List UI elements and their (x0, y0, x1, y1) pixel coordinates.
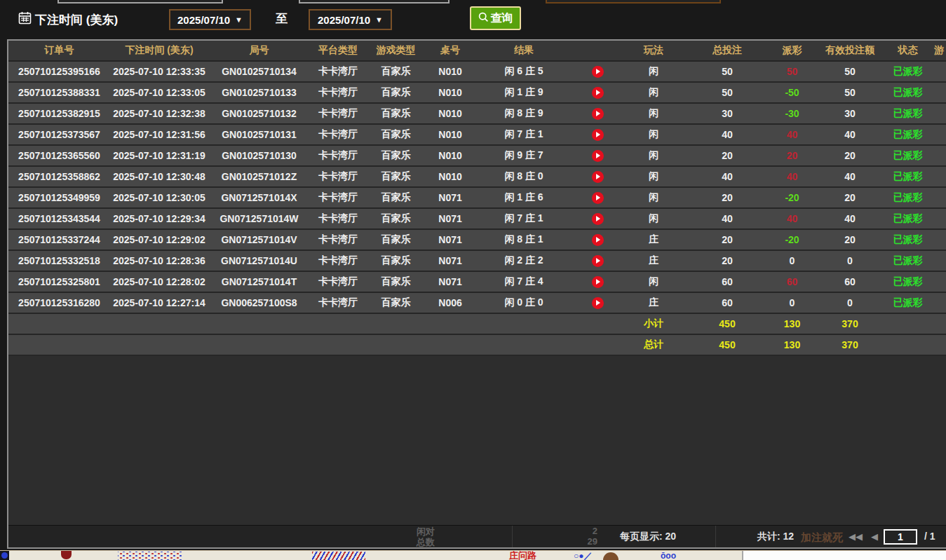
grandtotal-row: 总计450130370 (8, 335, 946, 356)
cell-table_no: N071 (426, 209, 475, 228)
cell-table_no: N071 (426, 251, 475, 271)
cell-payout: -20 (769, 230, 815, 250)
cell-table_no: N010 (426, 83, 475, 102)
cell-round: GN01025710132 (208, 104, 310, 123)
cell-payout: 60 (769, 272, 815, 292)
roadmap-hatch (312, 552, 365, 560)
previous-page-icon[interactable]: ◀ (871, 531, 878, 542)
play-triangle (596, 153, 600, 158)
cell-play: 庄 (622, 293, 685, 313)
date-to-select[interactable]: 2025/07/10 ▼ (309, 9, 392, 30)
video-play-icon[interactable] (592, 87, 604, 99)
search-button[interactable]: 查询 (470, 6, 521, 30)
cell-round (208, 314, 310, 334)
cell-result: 闲 1 庄 6 (475, 188, 573, 207)
cell-payout: -30 (769, 104, 815, 123)
video-play-icon[interactable] (592, 234, 604, 246)
cell-play: 闲 (622, 104, 685, 123)
cell-video (573, 125, 622, 144)
cell-game: 百家乐 (366, 209, 426, 228)
video-play-icon[interactable] (592, 171, 604, 183)
cell-valid: 370 (815, 335, 885, 355)
cell-time: 2025-07-10 12:32:38 (110, 104, 208, 123)
cell-total: 40 (685, 209, 769, 228)
cell-valid: 50 (815, 62, 885, 81)
cutoff-field-2 (299, 0, 450, 4)
cell-play: 闲 (622, 209, 685, 228)
bet-time-filter-label: 下注时间 (美东) (18, 11, 118, 28)
play-triangle (596, 216, 600, 221)
cell-extra (931, 272, 946, 292)
video-play-icon[interactable] (592, 213, 604, 225)
cell-valid: 370 (815, 314, 885, 334)
cell-game: 百家乐 (366, 83, 426, 102)
cell-platform: 卡卡湾厅 (310, 293, 366, 313)
cell-time: 2025-07-10 12:33:05 (110, 83, 208, 102)
cell-valid: 40 (815, 167, 885, 186)
cell-game: 百家乐 (366, 272, 426, 292)
cell-valid: 40 (815, 125, 885, 144)
date-from-select[interactable]: 2025/07/10 ▼ (169, 9, 251, 30)
cell-total: 60 (685, 293, 769, 313)
cell-table_no: N010 (426, 146, 475, 165)
video-play-icon[interactable] (592, 150, 604, 162)
play-triangle (596, 174, 600, 179)
cell-status: 已派彩 (885, 188, 931, 207)
cell-platform: 卡卡湾厅 (310, 167, 366, 186)
cell-total: 20 (685, 251, 769, 271)
page-number-input[interactable] (884, 529, 917, 545)
cell-valid: 0 (815, 251, 885, 271)
video-play-icon[interactable] (592, 255, 604, 267)
play-triangle (596, 132, 600, 137)
cell-platform: 卡卡湾厅 (310, 188, 366, 207)
video-play-icon[interactable] (592, 66, 604, 78)
first-page-icon[interactable]: ◀◀ (849, 531, 863, 542)
cell-status: 已派彩 (885, 230, 931, 250)
cell-order: 250710125388331 (8, 83, 110, 102)
background-ghost-text: 加注就死 (801, 531, 843, 545)
to-label: 至 (276, 11, 288, 27)
cell-payout: 20 (769, 146, 815, 165)
cell-order: 250710125395166 (8, 62, 110, 81)
cell-order: 250710125365560 (8, 146, 110, 165)
total-pages-label: / 1 (924, 531, 935, 542)
cell-payout: 0 (769, 251, 815, 271)
cell-time: 2025-07-10 12:28:02 (110, 272, 208, 292)
cell-game: 百家乐 (366, 62, 426, 81)
cell-order: 250710125332518 (8, 251, 110, 271)
date-from-value: 2025/07/10 (177, 14, 230, 26)
video-play-icon[interactable] (592, 129, 604, 141)
video-play-icon[interactable] (592, 276, 604, 288)
cell-play: 闲 (622, 146, 685, 165)
cell-result: 闲 8 庄 9 (475, 104, 573, 123)
cell-payout: 130 (769, 314, 815, 334)
cell-valid: 60 (815, 272, 885, 292)
cell-status: 已派彩 (885, 251, 931, 271)
video-play-icon[interactable] (592, 108, 604, 120)
cell-round (208, 335, 310, 355)
page-size-label: 每页显示: 20 (620, 531, 676, 543)
table-row: 2507101253655602025-07-10 12:31:19GN0102… (8, 146, 946, 167)
header-time: 下注时间 (美东) (110, 41, 208, 60)
cell-game: 百家乐 (366, 146, 426, 165)
cell-round: GN01025710131 (208, 125, 310, 144)
cell-play: 庄 (622, 251, 685, 271)
cell-status: 已派彩 (885, 104, 931, 123)
cell-table_no (426, 335, 475, 355)
betting-records-screen: 下注时间 (美东) 2025/07/10 ▼ 至 2025/07/10 ▼ 查询… (0, 0, 946, 560)
cell-game: 百家乐 (366, 251, 426, 271)
header-valid: 有效投注额 (815, 41, 885, 60)
cell-status: 已派彩 (885, 146, 931, 165)
cell-play: 闲 (622, 83, 685, 102)
video-play-icon[interactable] (592, 297, 604, 309)
cell-payout: 50 (769, 62, 815, 81)
cell-time: 2025-07-10 12:29:02 (110, 230, 208, 250)
cell-status: 已派彩 (885, 125, 931, 144)
cell-status: 已派彩 (885, 167, 931, 186)
cell-platform: 卡卡湾厅 (310, 62, 366, 81)
cell-order: 250710125349959 (8, 188, 110, 207)
cell-platform: 卡卡湾厅 (310, 104, 366, 123)
video-play-icon[interactable] (592, 192, 604, 204)
header-table_no: 桌号 (426, 41, 475, 60)
cell-table_no: N010 (426, 62, 475, 81)
